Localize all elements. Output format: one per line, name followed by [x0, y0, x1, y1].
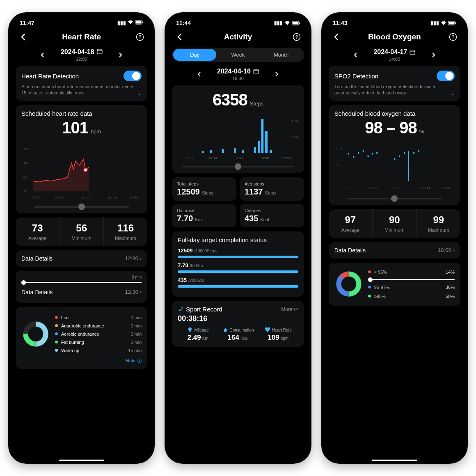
detection-desc: Start continuous heart rate measurement,…: [21, 84, 136, 96]
back-button[interactable]: [17, 31, 29, 43]
battery-icon: [448, 21, 456, 25]
chevron-right-icon: ›: [140, 289, 142, 295]
svg-point-68: [367, 155, 369, 157]
svg-point-15: [84, 168, 87, 172]
status-icons: ▮▮▮: [117, 20, 143, 26]
svg-point-75: [413, 152, 414, 154]
date-picker[interactable]: 2024-04-16 19:00: [217, 68, 259, 81]
segment-week[interactable]: Week: [216, 49, 259, 61]
data-details-row[interactable]: Data Details 18:00›: [329, 242, 460, 259]
heart-chart-card: Scheduled heart rate data 101 bpm 175 13…: [16, 105, 147, 213]
sport-mileage: Mileage 2.49Km: [178, 327, 218, 342]
svg-text:23:59: 23:59: [441, 185, 450, 190]
mini-avg-steps: Avg steps 1137Steps: [240, 177, 304, 201]
spo2-donut-chart: [334, 270, 363, 298]
svg-text:12:00: 12:00: [234, 156, 243, 160]
statusbar: 11:44 ▮▮▮: [168, 16, 308, 28]
svg-text:12:00: 12:00: [394, 185, 403, 190]
svg-point-64: [348, 153, 349, 154]
svg-text:00:00: 00:00: [31, 196, 40, 200]
date-next-button[interactable]: [115, 49, 126, 61]
battery-icon: [292, 21, 300, 25]
time-scrubber[interactable]: [182, 166, 294, 167]
heart-rate-line-chart[interactable]: 175 130 85 40 00:00 06:00 12:00 18:00 23…: [21, 140, 142, 202]
steps-bar-chart[interactable]: 4.2k 2.2k 00:00 06:00 12:00 18:00: [178, 112, 298, 162]
segment-day[interactable]: Day: [173, 49, 216, 61]
detection-card: Heart Rate Detection Start continuous he…: [16, 66, 147, 101]
sport-record-card[interactable]: Sport Record More>> 00:38:16 Mileage 2.4…: [172, 301, 304, 347]
detection-toggle[interactable]: [124, 71, 142, 81]
steps-unit: Steps: [250, 101, 263, 107]
svg-point-65: [353, 156, 355, 158]
help-icon[interactable]: ?: [447, 31, 459, 43]
svg-text:4.2k: 4.2k: [291, 119, 298, 123]
time-scrubber[interactable]: [347, 198, 442, 199]
home-indicator[interactable]: [372, 460, 417, 460]
svg-point-70: [376, 152, 378, 154]
info-icon: ⓘ: [137, 358, 142, 364]
back-button[interactable]: [330, 31, 342, 43]
clock: 11:44: [176, 20, 191, 26]
svg-text:12:00: 12:00: [82, 196, 91, 200]
svg-text:95: 95: [336, 163, 340, 167]
svg-text:23:59: 23:59: [130, 196, 139, 200]
svg-text:18:00: 18:00: [421, 185, 430, 190]
sport-heart-rate: Heart Rate 109bpm: [258, 327, 298, 342]
home-indicator[interactable]: [59, 460, 104, 460]
chevron-down-icon[interactable]: ⌄: [137, 90, 142, 96]
svg-text:?: ?: [295, 34, 298, 39]
phone-blood-oxygen: 11:43 ▮▮▮ Blood Oxygen ? 2024-04-17 14:: [321, 12, 468, 464]
back-button[interactable]: [174, 31, 185, 43]
chevron-down-icon[interactable]: ⌄: [451, 90, 455, 96]
svg-rect-42: [261, 119, 264, 153]
zone-warm-up: Warm up 15 min: [55, 346, 142, 355]
detection-desc: Turn on the timed blood oxygen detection…: [334, 84, 449, 96]
progress-distance: 7.70/5.0Km: [178, 262, 298, 273]
completion-card: Full-day target completion status 12509/…: [172, 231, 304, 297]
date-picker[interactable]: 2024-04-18 12:00: [61, 48, 103, 62]
sport-duration: 00:38:16: [178, 314, 298, 323]
signal-icon: ▮▮▮: [430, 20, 439, 26]
date-prev-button[interactable]: [350, 49, 361, 61]
data-details-row-2[interactable]: Data Details 12:30›: [21, 286, 142, 299]
status-icons: ▮▮▮: [274, 20, 300, 26]
chevron-right-icon: ›: [140, 255, 142, 261]
central-unit: bpm: [91, 128, 101, 135]
legend-slider[interactable]: [368, 279, 455, 280]
svg-text:85: 85: [23, 175, 27, 179]
svg-point-66: [357, 152, 359, 154]
wifi-icon: [284, 21, 290, 25]
svg-point-72: [398, 155, 400, 157]
page-title: Blood Oxygen: [368, 32, 421, 41]
detection-card: SPO2 Detection Turn on the timed blood o…: [329, 66, 460, 101]
data-details-row-1[interactable]: Data Details 12:30›: [16, 250, 147, 267]
period-segmented[interactable]: Day Week Month: [172, 48, 304, 62]
help-icon[interactable]: ?: [291, 31, 302, 43]
calendar-icon: [253, 69, 259, 74]
date-prev-button[interactable]: [193, 69, 205, 80]
sport-more-link[interactable]: More>>: [281, 307, 298, 312]
help-icon[interactable]: ?: [134, 31, 146, 43]
time-scrubber[interactable]: [34, 206, 129, 208]
svg-rect-52: [449, 22, 454, 24]
svg-rect-29: [254, 69, 259, 74]
date-prev-button[interactable]: [37, 49, 48, 61]
svg-point-71: [394, 158, 395, 160]
date-next-button[interactable]: [271, 69, 283, 80]
stat-maximum: 116 Maximum: [104, 217, 147, 246]
note-link[interactable]: Note ⓘ: [21, 356, 142, 364]
zone-slider[interactable]: [21, 282, 142, 283]
date-picker[interactable]: 2024-04-17 14:00: [373, 48, 415, 62]
pin-icon: [187, 327, 193, 333]
detection-toggle[interactable]: [437, 71, 455, 81]
segment-month[interactable]: Month: [260, 49, 303, 61]
svg-rect-37: [222, 149, 224, 153]
signal-icon: ▮▮▮: [274, 20, 283, 26]
spo2-scatter-chart[interactable]: 100 95 90 00:00 06:00 12:00 18:00: [334, 140, 455, 194]
svg-rect-44: [270, 150, 272, 153]
svg-rect-36: [210, 150, 212, 153]
detection-label: SPO2 Detection: [334, 73, 379, 80]
date-next-button[interactable]: [428, 49, 439, 61]
sport-consumption: Consumption 164Kcal: [218, 327, 258, 342]
chevron-right-icon: ›: [453, 247, 455, 253]
